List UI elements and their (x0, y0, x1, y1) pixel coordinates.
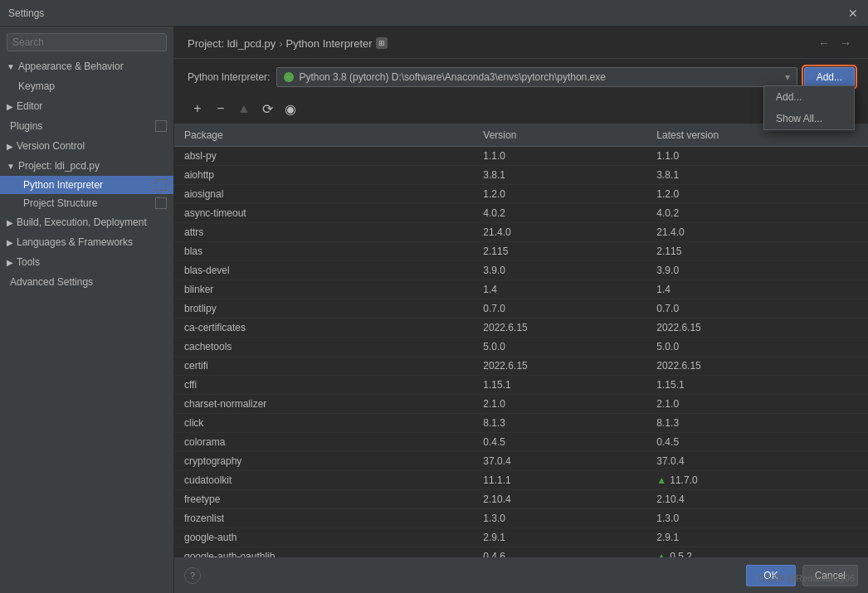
cell-package: async-timeout (174, 204, 473, 223)
cell-latest: 21.4.0 (646, 223, 868, 242)
table-row[interactable]: ca-certificates2022.6.152022.6.15 (174, 318, 868, 338)
add-icon: + (193, 101, 201, 116)
remove-package-button[interactable]: − (211, 99, 231, 119)
dropdown-item-show-all[interactable]: Show All... (764, 108, 854, 129)
cell-version: 2.1.0 (473, 395, 646, 414)
cell-version: 0.4.5 (473, 433, 646, 452)
table-row[interactable]: absl-py1.1.01.1.0 (174, 147, 868, 166)
eye-button[interactable]: ◉ (280, 99, 300, 119)
package-table-container: Package Version Latest version absl-py1.… (174, 124, 868, 557)
cell-latest: 3.9.0 (646, 261, 868, 280)
nav-forward-button[interactable]: → (836, 35, 855, 51)
cell-package: aiohttp (174, 166, 473, 185)
expand-arrow-appearance: ▼ (7, 62, 15, 71)
cell-latest: 2022.6.15 (646, 318, 868, 338)
table-row[interactable]: certifi2022.6.152022.6.15 (174, 357, 868, 376)
cell-latest: 3.8.1 (646, 166, 868, 185)
cell-latest: 1.1.0 (646, 147, 868, 166)
table-row[interactable]: attrs21.4.021.4.0 (174, 223, 868, 242)
table-row[interactable]: google-auth-oauthlib0.4.6▲0.5.2 (174, 547, 868, 558)
interpreter-row: Python Interpreter: Python 3.8 (pytorch)… (174, 59, 868, 94)
table-row[interactable]: async-timeout4.0.24.0.2 (174, 204, 868, 223)
table-row[interactable]: cachetools5.0.05.0.0 (174, 338, 868, 357)
add-package-button[interactable]: + (188, 99, 207, 119)
cell-version: 11.1.1 (473, 471, 646, 490)
table-row[interactable]: click8.1.38.1.3 (174, 414, 868, 433)
cell-package: colorama (174, 433, 473, 452)
col-header-version: Version (473, 124, 646, 147)
python-icon-box (155, 179, 167, 191)
dropdown-item-add[interactable]: Add... (764, 86, 854, 108)
interpreter-value: Python 3.8 (pytorch) D:\software\Anacond… (299, 71, 781, 83)
sidebar: ▼ Appearance & Behavior Keymap ▶ Editor … (0, 27, 174, 593)
search-input[interactable] (7, 33, 167, 51)
expand-arrow-tools: ▶ (7, 258, 13, 267)
sidebar-item-label-tools: Tools (17, 256, 40, 268)
close-button[interactable]: ✕ (846, 7, 860, 20)
cell-version: 37.0.4 (473, 452, 646, 471)
content-header: Project: ldi_pcd.py › Python Interpreter… (174, 27, 868, 59)
sidebar-item-label-build: Build, Execution, Deployment (17, 216, 147, 228)
cell-latest: 37.0.4 (646, 452, 868, 471)
cell-latest: 1.4 (646, 280, 868, 299)
sidebar-item-python-interpreter[interactable]: Python Interpreter (0, 176, 173, 194)
watermark: CSDN @Redamancy06 (758, 573, 855, 583)
sidebar-item-keymap[interactable]: Keymap (0, 76, 173, 96)
table-row[interactable]: freetype2.10.42.10.4 (174, 490, 868, 509)
table-row[interactable]: cffi1.15.11.15.1 (174, 376, 868, 395)
sidebar-item-advanced[interactable]: Advanced Settings (0, 272, 173, 292)
cell-package: brotlipy (174, 299, 473, 318)
table-row[interactable]: blas-devel3.9.03.9.0 (174, 261, 868, 280)
add-button[interactable]: Add... (804, 67, 855, 87)
sidebar-item-editor[interactable]: ▶ Editor (0, 96, 173, 116)
interpreter-select[interactable]: Python 3.8 (pytorch) D:\software\Anacond… (276, 67, 797, 87)
cell-version: 3.8.1 (473, 166, 646, 185)
sidebar-item-languages[interactable]: ▶ Languages & Frameworks (0, 232, 173, 252)
cell-package: blas-devel (174, 261, 473, 280)
sidebar-item-project-structure[interactable]: Project Structure (0, 194, 173, 212)
expand-arrow-build: ▶ (7, 218, 13, 227)
sidebar-item-plugins[interactable]: Plugins (0, 116, 173, 136)
cell-version: 2022.6.15 (473, 318, 646, 338)
cell-package: cachetools (174, 338, 473, 357)
table-row[interactable]: aiosignal1.2.01.2.0 (174, 185, 868, 204)
help-button[interactable]: ? (184, 567, 201, 584)
cell-latest: 1.15.1 (646, 376, 868, 395)
cell-package: blinker (174, 280, 473, 299)
sidebar-item-project[interactable]: ▼ Project: ldi_pcd.py (0, 156, 173, 176)
cell-package: click (174, 414, 473, 433)
expand-arrow-lang: ▶ (7, 238, 13, 247)
main-layout: ▼ Appearance & Behavior Keymap ▶ Editor … (0, 27, 868, 593)
breadcrumb-page: Python Interpreter (286, 37, 373, 50)
cell-latest: 2.9.1 (646, 528, 868, 547)
expand-arrow-editor: ▶ (7, 102, 13, 111)
expand-arrow-vc: ▶ (7, 142, 13, 151)
sidebar-item-tools[interactable]: ▶ Tools (0, 252, 173, 272)
table-row[interactable]: brotlipy0.7.00.7.0 (174, 299, 868, 318)
table-row[interactable]: cryptography37.0.437.0.4 (174, 452, 868, 471)
table-row[interactable]: frozenlist1.3.01.3.0 (174, 509, 868, 528)
table-row[interactable]: blas2.1152.115 (174, 242, 868, 261)
chevron-down-icon: ▾ (785, 71, 790, 83)
refresh-button[interactable]: ⟳ (257, 99, 277, 119)
table-row[interactable]: blinker1.41.4 (174, 280, 868, 299)
sidebar-search-container (0, 27, 173, 56)
cell-version: 1.3.0 (473, 509, 646, 528)
table-row[interactable]: google-auth2.9.12.9.1 (174, 528, 868, 547)
table-row[interactable]: cudatoolkit11.1.1▲11.7.0 (174, 471, 868, 490)
breadcrumb-project: Project: ldi_pcd.py (188, 37, 276, 50)
sidebar-item-appearance[interactable]: ▼ Appearance & Behavior (0, 56, 173, 76)
remove-icon: − (217, 101, 224, 116)
interpreter-status-dot (284, 72, 294, 82)
cell-package: cffi (174, 376, 473, 395)
refresh-icon: ⟳ (262, 101, 273, 117)
sidebar-item-version-control[interactable]: ▶ Version Control (0, 136, 173, 156)
table-row[interactable]: aiohttp3.8.13.8.1 (174, 166, 868, 185)
cell-version: 21.4.0 (473, 223, 646, 242)
sidebar-item-build[interactable]: ▶ Build, Execution, Deployment (0, 212, 173, 232)
table-row[interactable]: colorama0.4.50.4.5 (174, 433, 868, 452)
nav-back-button[interactable]: ← (815, 35, 833, 51)
up-button[interactable]: ▲ (234, 99, 254, 119)
sidebar-item-label-languages: Languages & Frameworks (17, 236, 133, 248)
table-row[interactable]: charset-normalizer2.1.02.1.0 (174, 395, 868, 414)
